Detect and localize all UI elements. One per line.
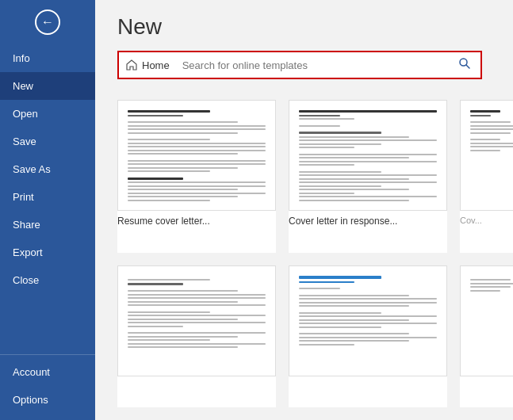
sidebar-item-info[interactable]: Info xyxy=(0,44,95,72)
search-input[interactable] xyxy=(182,59,455,71)
search-bar: Home xyxy=(117,51,482,79)
sidebar-item-account[interactable]: Account xyxy=(0,358,95,386)
template-thumbnail-1 xyxy=(117,100,276,211)
sidebar-nav: Info New Open Save Save As Print Share E… xyxy=(0,44,95,420)
sidebar-item-close[interactable]: Close xyxy=(0,266,95,294)
template-card-4[interactable] xyxy=(117,265,276,407)
template-card-5[interactable] xyxy=(289,265,447,407)
sidebar-item-save[interactable]: Save xyxy=(0,128,95,155)
home-label: Home xyxy=(142,59,170,71)
template-label-4 xyxy=(117,376,276,381)
template-thumbnail-4 xyxy=(117,265,276,376)
sidebar-item-saveas-label: Save As xyxy=(13,163,51,175)
template-thumbnail-2 xyxy=(289,100,447,211)
sidebar-item-print-label: Print xyxy=(13,191,34,203)
template-label-5 xyxy=(289,376,447,381)
sidebar-item-print[interactable]: Print xyxy=(0,183,95,211)
sidebar-item-saveas[interactable]: Save As xyxy=(0,155,95,183)
sidebar: ← Info New Open Save Save As Print Share… xyxy=(0,0,95,420)
search-button[interactable] xyxy=(455,55,474,74)
home-link[interactable]: Home xyxy=(125,59,176,71)
home-icon xyxy=(125,59,138,71)
template-card-2[interactable]: Cover letter in response... xyxy=(289,100,447,253)
sidebar-item-info-label: Info xyxy=(13,52,30,64)
template-card-3[interactable]: Cov... xyxy=(460,100,513,253)
template-thumbnail-5 xyxy=(289,265,447,376)
template-thumbnail-6 xyxy=(460,265,513,376)
sidebar-item-export[interactable]: Export xyxy=(0,239,95,266)
template-thumbnail-3 xyxy=(460,100,513,211)
template-label-2: Cover letter in response... xyxy=(289,211,447,227)
sidebar-item-options-label: Options xyxy=(13,394,48,406)
template-card-6[interactable] xyxy=(460,265,513,407)
sidebar-item-options[interactable]: Options xyxy=(0,386,95,414)
page-title: New xyxy=(117,14,491,40)
template-label-6 xyxy=(460,376,513,381)
templates-grid: Resume cover letter... xyxy=(95,100,513,420)
back-circle-icon: ← xyxy=(35,10,60,35)
sidebar-item-share-label: Share xyxy=(13,219,40,231)
sidebar-item-share[interactable]: Share xyxy=(0,211,95,239)
sidebar-item-close-label: Close xyxy=(13,274,39,286)
main-content: New Home xyxy=(95,0,513,420)
sidebar-item-new[interactable]: New xyxy=(0,72,95,100)
sidebar-item-export-label: Export xyxy=(13,246,43,258)
search-icon xyxy=(458,57,471,70)
sidebar-item-new-label: New xyxy=(13,80,33,92)
template-card-1[interactable]: Resume cover letter... xyxy=(117,100,276,253)
sidebar-item-open[interactable]: Open xyxy=(0,100,95,128)
sidebar-item-account-label: Account xyxy=(13,366,50,378)
template-label-1: Resume cover letter... xyxy=(117,211,276,227)
main-header: New Home xyxy=(95,0,513,100)
sidebar-bottom: Account Options xyxy=(0,354,95,420)
template-label-3: Cov... xyxy=(460,211,513,225)
sidebar-item-save-label: Save xyxy=(13,136,36,147)
back-button[interactable]: ← xyxy=(0,0,95,44)
sidebar-item-open-label: Open xyxy=(13,108,38,120)
svg-line-1 xyxy=(466,65,469,68)
